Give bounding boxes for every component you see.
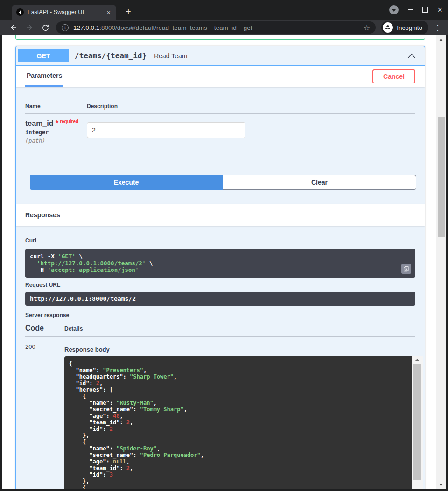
team-id-input[interactable] [87,122,245,138]
browser-menu-button[interactable]: ⋮ [434,23,441,32]
address-bar[interactable]: i 127.0.0.1:8000/docs#/default/read_team… [56,21,376,34]
tab-title: FastAPI - Swagger UI [28,9,105,15]
table-divider [25,336,415,337]
page-viewport: GET /teams/{team_id} Read Team Parameter… [2,35,446,489]
back-arrow-icon [9,23,18,32]
refresh-button[interactable] [40,22,50,33]
refresh-icon [42,24,49,32]
previous-endpoint-block [15,35,425,40]
fastapi-logo-icon [16,8,24,16]
parameters-header: Parameters Cancel [16,66,425,87]
chevron-up-icon [407,52,416,60]
copy-to-clipboard-button[interactable] [401,264,411,274]
forward-arrow-icon [25,23,34,32]
page-scrollbar[interactable] [436,35,446,489]
required-label: required [60,119,78,124]
column-code: Code [25,324,64,332]
parameter-row: team_id *required integer (path) [25,119,415,144]
responses-title: Responses [25,211,60,219]
back-button[interactable] [8,22,19,33]
operation-header[interactable]: GET /teams/{team_id} Read Team [16,46,425,66]
window-close-button[interactable]: × [437,6,442,14]
scroll-down-arrow-icon[interactable] [439,484,443,486]
plus-icon: + [126,7,131,17]
bookmark-star-icon[interactable]: ☆ [364,23,370,32]
parameters-table-header: Name Description [25,103,415,110]
method-badge: GET [18,49,69,62]
column-details: Details [64,325,83,332]
parameter-name: team_id *required [25,119,87,128]
new-tab-button[interactable]: + [122,6,134,18]
response-body-scrollbar[interactable] [412,356,423,489]
curl-command: curl -X 'GET' \ 'http://127.0.0.1:8000/t… [30,253,411,274]
request-url-label: Request URL [25,282,415,288]
tab-parameters[interactable]: Parameters [25,66,63,87]
cancel-button[interactable]: Cancel [372,69,415,83]
collapse-button[interactable] [407,52,416,60]
site-info-icon[interactable]: i [62,24,69,31]
response-body-label: Response body [64,346,423,353]
responses-header: Responses [16,204,425,226]
status-code: 200 [25,342,64,489]
column-description: Description [87,103,118,110]
scroll-up-arrow-icon[interactable] [415,359,419,361]
column-name: Name [25,103,87,110]
response-table-header: Code Details [25,324,415,332]
page-scrollbar-thumb[interactable] [438,117,445,237]
chevron-down-icon [392,9,396,12]
browser-tab[interactable]: FastAPI - Swagger UI × [12,5,116,20]
url-text: 127.0.0.1:8000/docs#/default/read_team_t… [73,24,360,31]
curl-command-block: curl -X 'GET' \ 'http://127.0.0.1:8000/t… [25,249,415,278]
tab-search-button[interactable] [389,5,399,14]
response-body-json: { "name": "Preventers", "headquarters": … [64,356,412,489]
maximize-button[interactable] [422,7,428,13]
execute-button[interactable]: Execute [30,175,223,190]
clipboard-icon [403,266,409,272]
response-row: 200 Response body { "name": "Preventers"… [25,342,415,489]
table-divider [25,113,415,114]
get-operation-block: GET /teams/{team_id} Read Team Parameter… [15,46,425,489]
request-url-block: http://127.0.0.1:8000/teams/2 [25,292,415,306]
tab-close-icon[interactable]: × [105,9,112,16]
endpoint-summary: Read Team [154,52,187,60]
curl-label: Curl [25,237,415,244]
response-body-block: { "name": "Preventers", "headquarters": … [64,356,423,489]
scroll-up-arrow-icon[interactable] [439,38,443,41]
clear-button[interactable]: Clear [223,175,416,190]
server-response-label: Server response [25,312,415,318]
parameter-location: (path) [25,138,87,144]
parameter-type: integer [25,129,87,136]
minimize-button[interactable] [408,9,413,10]
browser-toolbar: i 127.0.0.1:8000/docs#/default/read_team… [0,20,448,35]
browser-titlebar: FastAPI - Swagger UI × + × [0,0,448,20]
required-asterisk: * [56,119,58,127]
incognito-icon [383,22,393,33]
incognito-label: Incognito [397,24,422,31]
response-scrollbar-thumb[interactable] [413,364,421,480]
endpoint-path: /teams/{team_id} [75,51,147,60]
forward-button[interactable] [24,22,35,33]
incognito-badge: Incognito [381,21,428,34]
